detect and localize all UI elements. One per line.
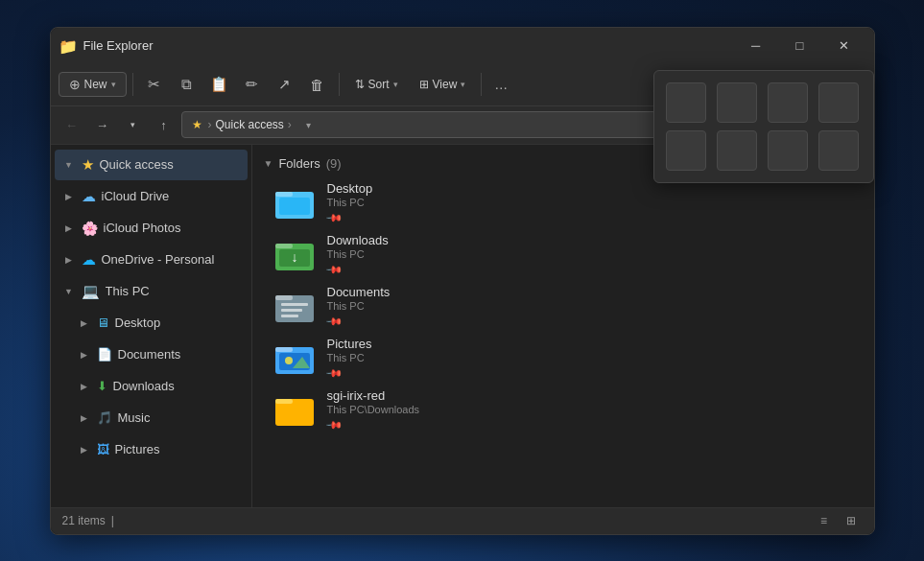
address-dropdown-button[interactable]: ▾ <box>297 113 320 136</box>
grid-option-4[interactable] <box>818 82 859 123</box>
folder-item-sgi-irix-red[interactable]: sgi-irix-red This PC\Downloads 📌 <box>264 386 863 435</box>
sidebar-item-icloud-photos[interactable]: ▶ 🌸 iCloud Photos <box>55 213 248 244</box>
expand-icon: ▶ <box>62 190 76 203</box>
window-controls: ─ □ ✕ <box>734 31 866 61</box>
expand-icon: ▶ <box>78 348 91 362</box>
folder-name: Downloads <box>327 233 853 247</box>
sidebar-item-this-pc[interactable]: ▼ 💻 This PC <box>55 276 248 307</box>
folder-path: This PC <box>327 300 853 312</box>
rename-button[interactable]: ✏ <box>237 69 268 100</box>
folder-name: sgi-irix-red <box>327 388 853 403</box>
back-button[interactable]: ← <box>59 111 85 138</box>
history-dropdown-button[interactable]: ▾ <box>120 111 147 138</box>
pin-icon: 📌 <box>324 415 343 433</box>
path-separator-1: › <box>208 118 212 131</box>
svg-rect-11 <box>281 315 298 317</box>
new-button[interactable]: ⊕ New ▾ <box>59 72 127 97</box>
svg-rect-2 <box>279 198 310 215</box>
folder-item-pictures[interactable]: Pictures This PC 📌 <box>264 334 863 384</box>
sidebar-item-label: This PC <box>106 284 240 298</box>
grid-option-1[interactable] <box>666 82 706 123</box>
item-count: 21 items <box>62 514 106 527</box>
folder-info-documents: Documents This PC 📌 <box>327 285 853 329</box>
sort-arrow-icon: ▾ <box>393 80 398 89</box>
documents-icon: 📄 <box>97 347 112 362</box>
sidebar-item-quick-access[interactable]: ▼ ★ Quick access <box>55 150 248 180</box>
downloads-icon: ⬇ <box>97 379 107 393</box>
grid-option-3[interactable] <box>768 82 808 123</box>
sidebar: ▼ ★ Quick access ▶ ☁ iCloud Drive ▶ 🌸 iC… <box>51 145 252 507</box>
view-icon: ⊞ <box>419 78 429 91</box>
app-icon: 📁 <box>59 37 76 55</box>
sidebar-item-music[interactable]: ▶ 🎵 Music <box>55 403 248 433</box>
sidebar-item-pictures[interactable]: ▶ 🖼 Pictures <box>55 434 248 465</box>
grid-view-button[interactable]: ⊞ <box>840 510 863 531</box>
folder-icon-desktop <box>273 182 316 224</box>
folder-icon-sgi <box>273 389 316 432</box>
folder-path: This PC <box>327 248 853 260</box>
grid-option-7[interactable] <box>768 130 808 171</box>
svg-text:↓: ↓ <box>291 249 297 265</box>
sidebar-item-label: Music <box>118 410 240 425</box>
sidebar-item-label: Desktop <box>115 316 240 330</box>
icloud-drive-icon: ☁ <box>82 188 96 205</box>
grid-option-6[interactable] <box>717 130 757 171</box>
icloud-photos-icon: 🌸 <box>82 221 98 236</box>
address-input[interactable]: ★ › Quick access › ▾ <box>181 111 659 138</box>
maximize-button[interactable]: □ <box>778 31 822 61</box>
folder-item-documents[interactable]: Documents This PC 📌 <box>264 282 863 332</box>
section-chevron-icon: ▼ <box>264 158 273 169</box>
window-title: File Explorer <box>83 38 734 53</box>
sidebar-item-onedrive[interactable]: ▶ ☁ OneDrive - Personal <box>55 245 248 275</box>
quick-access-icon: ★ <box>82 156 94 174</box>
delete-button[interactable]: 🗑 <box>302 69 333 100</box>
section-title: Folders <box>278 156 320 171</box>
sidebar-item-desktop[interactable]: ▶ 🖥 Desktop <box>55 308 248 339</box>
folder-icon-downloads: ↓ <box>273 234 316 276</box>
sidebar-item-label: Quick access <box>100 157 240 172</box>
sidebar-item-label: Downloads <box>113 379 240 393</box>
cut-button[interactable]: ✂ <box>139 69 170 100</box>
share-button[interactable]: ↗ <box>270 69 300 100</box>
address-star-icon: ★ <box>192 118 202 131</box>
svg-rect-18 <box>275 399 293 404</box>
folder-name: Documents <box>327 285 853 299</box>
copy-button[interactable]: ⧉ <box>172 69 202 100</box>
folder-item-downloads[interactable]: ↓ Downloads This PC 📌 <box>264 230 863 280</box>
expand-icon: ▶ <box>78 316 91 330</box>
file-explorer-window: 📁 File Explorer ─ □ ✕ ⊕ New ▾ ✂ ⧉ 📋 ✏ ↗ … <box>50 27 875 535</box>
svg-rect-10 <box>281 309 302 312</box>
expand-icon: ▼ <box>62 285 76 298</box>
folder-count: (9) <box>326 156 342 171</box>
expand-icon: ▶ <box>78 380 91 393</box>
minimize-button[interactable]: ─ <box>734 31 778 61</box>
pin-icon: 📌 <box>324 260 343 278</box>
title-bar: 📁 File Explorer ─ □ ✕ <box>51 28 874 64</box>
sidebar-item-documents[interactable]: ▶ 📄 Documents <box>55 339 248 370</box>
paste-button[interactable]: 📋 <box>204 69 235 100</box>
sort-label: Sort <box>368 78 390 91</box>
svg-rect-9 <box>281 303 308 306</box>
folder-path: This PC <box>327 197 853 208</box>
folder-info-downloads: Downloads This PC 📌 <box>327 233 853 277</box>
sidebar-item-icloud-drive[interactable]: ▶ ☁ iCloud Drive <box>55 181 248 212</box>
view-button[interactable]: ⊞ View ▾ <box>410 74 476 95</box>
more-options-button[interactable]: … <box>487 71 514 98</box>
main-content: ▼ ★ Quick access ▶ ☁ iCloud Drive ▶ 🌸 iC… <box>51 145 874 507</box>
grid-option-5[interactable] <box>666 130 706 171</box>
toolbar-separator-1 <box>132 73 133 96</box>
forward-button[interactable]: → <box>89 111 116 138</box>
status-bar: 21 items | ≡ ⊞ <box>51 507 874 534</box>
folder-path: This PC\Downloads <box>327 404 853 415</box>
close-button[interactable]: ✕ <box>822 31 866 61</box>
up-button[interactable]: ↑ <box>151 111 178 138</box>
folder-item-desktop[interactable]: Desktop This PC 📌 <box>264 178 863 228</box>
grid-option-2[interactable] <box>717 82 757 123</box>
sidebar-item-label: Pictures <box>115 442 240 456</box>
sort-button[interactable]: ⇅ Sort ▾ <box>345 74 408 95</box>
grid-option-8[interactable] <box>818 130 859 171</box>
sidebar-item-downloads[interactable]: ▶ ⬇ Downloads <box>55 371 248 402</box>
list-view-button[interactable]: ≡ <box>813 510 836 531</box>
new-label: New <box>84 78 107 91</box>
file-area: ▼ Folders (9) Desktop T <box>252 145 874 507</box>
